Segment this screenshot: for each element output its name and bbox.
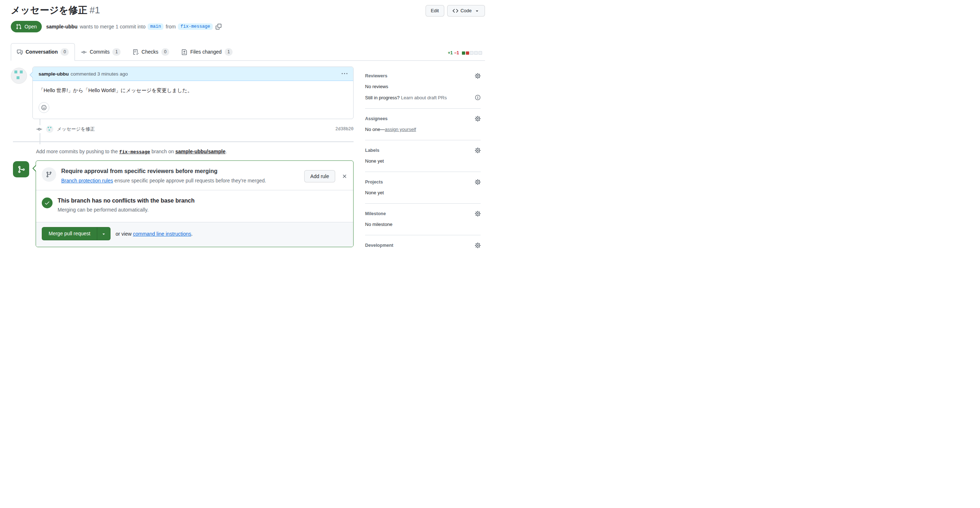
sidebar: Reviewers No reviews Still in progress? …: [365, 67, 480, 254]
sidebar-section-labels: Labels None yet: [365, 140, 480, 172]
labels-value: None yet: [365, 158, 480, 164]
comment-text: 「Hello 世界!」から「Hello World!」にメッセージを変更しました…: [38, 87, 192, 93]
pr-author[interactable]: sample-ubbu: [46, 24, 77, 30]
sidebar-section-projects: Projects None yet: [365, 172, 480, 204]
diffstat[interactable]: +1 −1: [448, 50, 482, 60]
pr-meta-text: sample-ubbu wants to merge 1 commit into…: [46, 24, 221, 30]
pr-header: メッセージを修正#1 Edit Code Open sample-ubbu wa…: [11, 4, 485, 32]
triangle-down-icon: [101, 231, 106, 237]
milestone-header[interactable]: Milestone: [365, 211, 480, 217]
commit-sha-link[interactable]: 2d38b20: [336, 127, 353, 132]
diffstat-block-added: [462, 51, 465, 55]
merge-box: Require approval from specific reviewers…: [36, 160, 353, 247]
diffstat-block-neutral: [470, 51, 473, 55]
kebab-icon: [342, 71, 347, 77]
sidebar-section-development: Development: [365, 235, 480, 254]
tab-commits[interactable]: Commits 1: [75, 43, 127, 61]
from-text: from: [165, 24, 176, 30]
merge-pull-request-button[interactable]: Merge pull request: [42, 227, 111, 240]
gear-icon[interactable]: [475, 179, 480, 185]
x-icon: [342, 173, 347, 179]
labels-header[interactable]: Labels: [365, 148, 480, 153]
branch-protection-rule-banner: Require approval from specific reviewers…: [36, 161, 353, 190]
merge-options-caret[interactable]: [97, 227, 110, 240]
merge-status: This branch has no conflicts with the ba…: [36, 190, 353, 222]
command-line-instructions-link[interactable]: command line instructions: [133, 231, 191, 237]
rule-description: ensure specific people approve pull requ…: [113, 178, 266, 184]
diffstat-additions: +1: [448, 50, 453, 56]
base-branch-label[interactable]: main: [148, 24, 164, 30]
pull-request-page: メッセージを修正#1 Edit Code Open sample-ubbu wa…: [0, 0, 490, 254]
gear-icon[interactable]: [475, 73, 480, 79]
smiley-icon: [41, 105, 47, 110]
merge-status-subtitle: Merging can be performed automatically.: [57, 207, 195, 213]
diffstat-block-neutral: [479, 51, 482, 55]
add-rule-button[interactable]: Add rule: [304, 170, 335, 183]
git-commit-icon: [37, 125, 42, 133]
projects-value: None yet: [365, 190, 480, 195]
pr-tabnav: Conversation 0 Commits 1 Checks 0 Files …: [11, 43, 485, 61]
copy-icon: [216, 24, 221, 30]
comment-author[interactable]: sample-ubbu: [38, 71, 69, 77]
head-branch-label[interactable]: fix-message: [178, 24, 213, 30]
comment-meta: commented 3 minutes ago: [70, 71, 128, 77]
assign-yourself-link[interactable]: assign yourself: [385, 127, 416, 132]
pr-title-text: メッセージを修正: [11, 5, 88, 16]
gear-icon[interactable]: [475, 211, 480, 217]
push-hint-repo-link[interactable]: sample-ubbu/sample: [175, 149, 225, 154]
pr-meta-row: Open sample-ubbu wants to merge 1 commit…: [11, 21, 485, 32]
timeline-divider: [13, 141, 353, 142]
projects-header[interactable]: Projects: [365, 179, 480, 185]
git-commit-icon: [81, 49, 87, 55]
commit-message-link[interactable]: メッセージを修正: [57, 126, 95, 132]
git-merge-icon: [13, 161, 29, 177]
check-icon: [42, 197, 52, 208]
learn-about-draft-prs-link[interactable]: Learn about draft PRs: [401, 95, 447, 100]
branch-protection-rules-link[interactable]: Branch protection rules: [61, 178, 113, 184]
sidebar-section-reviewers: Reviewers No reviews Still in progress? …: [365, 67, 480, 109]
merge-status-title: This branch has no conflicts with the ba…: [57, 197, 195, 204]
copy-branch-button[interactable]: [216, 24, 221, 30]
gear-icon[interactable]: [475, 116, 480, 122]
comment-options-button[interactable]: [342, 71, 347, 77]
dismiss-rule-button[interactable]: [342, 173, 347, 179]
checklist-icon: [133, 49, 138, 55]
discussion-timeline: sample-ubbu commented 3 minutes ago 「Hel…: [11, 67, 353, 254]
gear-icon[interactable]: [475, 148, 480, 153]
pr-state-badge: Open: [11, 21, 42, 32]
push-hint: Add more commits by pushing to the fix-m…: [36, 149, 353, 155]
pr-number: #1: [90, 5, 100, 16]
diffstat-block-neutral: [474, 51, 478, 55]
development-header[interactable]: Development: [365, 243, 480, 248]
edit-button[interactable]: Edit: [426, 5, 444, 17]
tab-counter: 0: [161, 48, 170, 56]
tab-counter: 0: [60, 48, 69, 56]
code-icon: [453, 8, 458, 14]
file-diff-icon: [181, 49, 187, 55]
tab-counter: 1: [112, 48, 121, 56]
push-hint-branch: fix-message: [119, 149, 150, 155]
page-title: メッセージを修正#1: [11, 4, 100, 17]
pr-action-text: wants to merge 1 commit into: [80, 24, 145, 30]
avatar[interactable]: [46, 125, 53, 133]
assignees-value: No one—assign yourself: [365, 127, 480, 132]
sidebar-section-assignees: Assignees No one—assign yourself: [365, 109, 480, 140]
assignees-header[interactable]: Assignees: [365, 116, 480, 122]
draft-hint-text: Still in progress?: [365, 95, 399, 100]
rule-title: Require approval from specific reviewers…: [61, 168, 266, 175]
avatar[interactable]: [11, 68, 27, 84]
header-actions: Edit Code: [426, 5, 485, 17]
git-branch-icon: [42, 167, 56, 182]
reviewers-header[interactable]: Reviewers: [365, 73, 480, 79]
code-button[interactable]: Code: [447, 5, 485, 17]
cli-instructions-text: or view command line instructions.: [116, 231, 192, 237]
tab-files-changed[interactable]: Files changed 1: [175, 43, 239, 61]
gear-icon[interactable]: [475, 243, 480, 248]
tab-checks[interactable]: Checks 0: [127, 43, 175, 61]
add-reaction-button[interactable]: [38, 102, 49, 113]
reviewers-value: No reviews: [365, 84, 480, 89]
sidebar-section-milestone: Milestone No milestone: [365, 204, 480, 235]
milestone-value: No milestone: [365, 222, 480, 227]
tab-conversation[interactable]: Conversation 0: [11, 43, 75, 61]
merge-actions: Merge pull request or view command line …: [36, 222, 353, 247]
